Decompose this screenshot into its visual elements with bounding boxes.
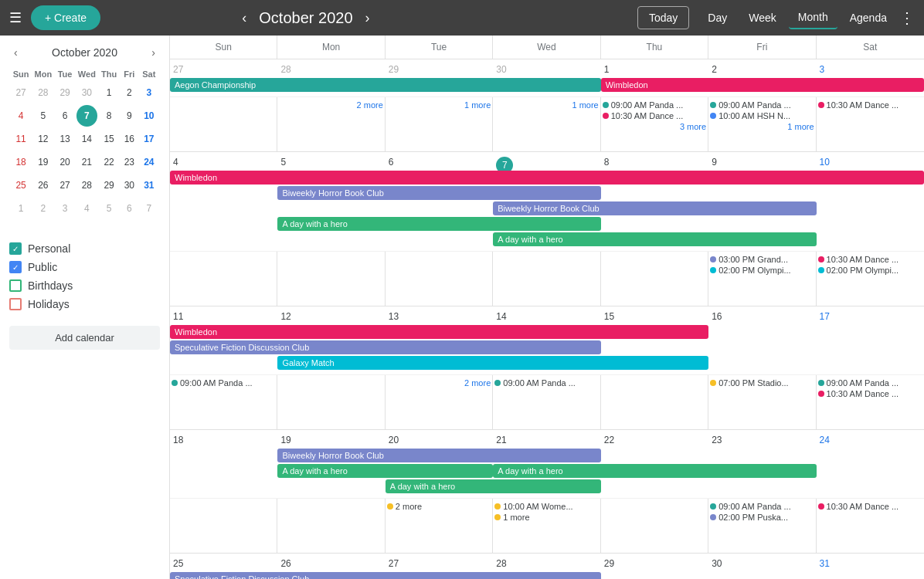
day-cell[interactable]: 09:00 AM Panda ...10:30 AM Dance ...	[817, 375, 924, 429]
dot-event[interactable]: 07:00 PM Stadio...	[710, 378, 814, 388]
mini-cal-day[interactable]: 16	[121, 128, 138, 150]
dot-event[interactable]: 10:30 AM Dance ...	[818, 100, 922, 110]
week-view-button[interactable]: Week	[739, 7, 786, 29]
mini-cal-day[interactable]: 31	[140, 174, 158, 196]
day-cell[interactable]: 09:00 AM Panda ...02:00 PM Puska...	[708, 499, 816, 553]
dot-event[interactable]: 10:30 AM Dance ...	[818, 255, 922, 264]
day-number-cell[interactable]: 19	[277, 433, 385, 447]
mini-cal-day[interactable]: 29	[55, 82, 74, 103]
span-event[interactable]: Biweekly Horror Book Club	[277, 449, 600, 462]
mini-cal-day[interactable]: 6	[121, 198, 138, 219]
more-link[interactable]: 1 more	[710, 122, 814, 131]
public-checkbox[interactable]: ✓	[9, 261, 22, 273]
mini-cal-day[interactable]: 7	[76, 105, 97, 127]
mini-cal-day[interactable]: 23	[121, 151, 138, 173]
day-number-cell[interactable]: 1	[601, 63, 708, 76]
day-cell[interactable]: 09:00 AM Panda ...	[170, 375, 277, 429]
span-event[interactable]: Speculative Fiction Discussion Club	[170, 572, 601, 579]
day-cell[interactable]: 1 more	[493, 97, 600, 151]
day-cell[interactable]: 07:00 PM Stadio...	[708, 375, 816, 429]
dot-event[interactable]: 10:30 AM Dance ...	[818, 389, 922, 398]
span-event[interactable]: A day with a hero	[277, 217, 600, 231]
day-cell[interactable]	[170, 499, 277, 553]
day-cell[interactable]	[601, 252, 708, 306]
day-cell[interactable]: 2 more	[386, 499, 493, 553]
mini-cal-day[interactable]: 4	[11, 105, 31, 127]
dot-event[interactable]: 09:00 AM Panda ...	[603, 100, 706, 110]
day-number-cell[interactable]: 27	[386, 557, 493, 571]
mini-cal-day[interactable]: 29	[99, 174, 119, 196]
more-link[interactable]: 2 more	[387, 378, 491, 388]
dot-event[interactable]: 09:00 AM Panda ...	[710, 502, 814, 511]
day-number-cell[interactable]: 13	[386, 310, 493, 323]
day-number-cell[interactable]: 26	[277, 557, 385, 571]
mini-cal-day[interactable]: 13	[55, 128, 74, 150]
mini-cal-day[interactable]: 27	[11, 82, 31, 103]
day-cell[interactable]	[386, 252, 493, 306]
day-number-cell[interactable]: 17	[817, 310, 924, 323]
day-number-cell[interactable]: 21	[493, 433, 600, 447]
day-number-cell[interactable]: 15	[601, 310, 708, 323]
span-event[interactable]: A day with a hero	[277, 464, 493, 478]
day-cell[interactable]: 10:30 AM Dance ...	[817, 97, 924, 151]
mini-cal-day[interactable]: 5	[99, 198, 119, 219]
mini-cal-day[interactable]: 15	[99, 128, 119, 150]
day-number-cell[interactable]: 22	[601, 433, 708, 447]
span-event[interactable]: A day with a hero	[493, 232, 816, 246]
day-number-cell[interactable]: 2	[708, 63, 816, 76]
day-number-cell[interactable]: 24	[817, 433, 924, 447]
day-number-cell[interactable]: 29	[601, 557, 708, 571]
dot-event[interactable]: 02:00 PM Olympi...	[818, 266, 922, 275]
holidays-calendar-item[interactable]: Holidays	[9, 295, 160, 313]
birthdays-checkbox[interactable]	[9, 279, 22, 292]
span-event[interactable]: Speculative Fiction Discussion Club	[170, 340, 601, 354]
day-cell[interactable]	[170, 252, 277, 306]
day-number-cell[interactable]: 18	[170, 433, 277, 447]
dot-event[interactable]: 2 more	[387, 502, 491, 511]
day-cell[interactable]: 09:00 AM Panda ...	[493, 375, 600, 429]
mini-cal-day[interactable]: 19	[32, 151, 53, 173]
day-cell[interactable]	[277, 499, 385, 553]
mini-cal-day[interactable]: 20	[55, 151, 74, 173]
more-link[interactable]: 1 more	[387, 100, 491, 110]
day-cell[interactable]: 10:30 AM Dance ...02:00 PM Olympi...	[817, 252, 924, 306]
mini-cal-day[interactable]: 11	[11, 128, 31, 150]
dot-event[interactable]: 09:00 AM Panda ...	[710, 100, 814, 110]
span-event[interactable]: Aegon Championship	[170, 78, 601, 92]
month-view-button[interactable]: Month	[789, 6, 837, 29]
span-event[interactable]: Biweekly Horror Book Club	[277, 186, 600, 200]
day-cell[interactable]: 2 more	[277, 97, 385, 151]
next-button[interactable]: ›	[359, 7, 376, 29]
mini-cal-day[interactable]: 30	[121, 174, 138, 196]
more-icon[interactable]: ⋮	[899, 8, 915, 27]
dot-event[interactable]: 10:00 AM Wome...	[494, 502, 598, 511]
mini-cal-day[interactable]: 7	[140, 198, 158, 219]
day-number-cell[interactable]: 16	[708, 310, 816, 323]
day-cell[interactable]: 09:00 AM Panda ...10:00 AM HSH N...1 mor…	[708, 97, 816, 151]
span-event[interactable]: A day with a hero	[386, 479, 601, 493]
span-event[interactable]: Wimbledon	[601, 78, 924, 92]
dot-event[interactable]: 09:00 AM Panda ...	[818, 378, 922, 388]
day-cell[interactable]: 10:30 AM Dance ...	[817, 499, 924, 553]
mini-cal-day[interactable]: 22	[99, 151, 119, 173]
public-calendar-item[interactable]: ✓ Public	[9, 258, 160, 276]
dot-event[interactable]: 10:00 AM HSH N...	[710, 111, 814, 120]
day-view-button[interactable]: Day	[698, 7, 736, 29]
mini-prev-button[interactable]: ‹	[9, 45, 22, 60]
mini-cal-day[interactable]: 9	[121, 105, 138, 127]
day-number-cell[interactable]: 31	[817, 557, 924, 571]
day-number-cell[interactable]: 11	[170, 310, 277, 323]
mini-cal-day[interactable]: 17	[140, 128, 158, 150]
day-cell[interactable]: 03:00 PM Grand...02:00 PM Olympi...	[708, 252, 816, 306]
span-event[interactable]: Galaxy Match	[277, 356, 708, 370]
day-number-cell[interactable]: 27	[170, 63, 277, 76]
day-number-cell[interactable]: 3	[817, 63, 924, 76]
create-button[interactable]: + Create	[31, 5, 100, 30]
span-event[interactable]: Wimbledon	[170, 325, 708, 339]
mini-cal-day[interactable]: 5	[32, 105, 53, 127]
mini-cal-day[interactable]: 14	[76, 128, 97, 150]
dot-event[interactable]: 02:00 PM Olympi...	[710, 266, 814, 275]
mini-next-button[interactable]: ›	[147, 45, 160, 60]
personal-calendar-item[interactable]: ✓ Personal	[9, 239, 160, 258]
day-number-cell[interactable]: 28	[277, 63, 385, 76]
